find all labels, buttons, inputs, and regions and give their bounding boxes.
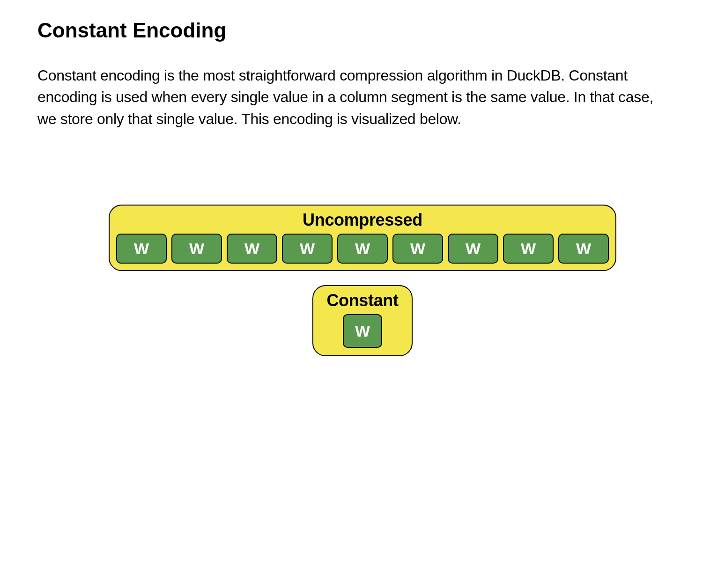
uncompressed-cell: W bbox=[337, 234, 388, 264]
uncompressed-cell: W bbox=[448, 234, 498, 264]
uncompressed-cell: W bbox=[116, 234, 167, 264]
intro-paragraph: Constant encoding is the most straightfo… bbox=[37, 65, 670, 130]
uncompressed-cell: W bbox=[282, 234, 333, 264]
constant-cells: W bbox=[343, 314, 382, 348]
uncompressed-cell: W bbox=[171, 234, 222, 264]
page-heading: Constant Encoding bbox=[37, 19, 688, 42]
uncompressed-label: Uncompressed bbox=[303, 210, 422, 230]
constant-cell: W bbox=[343, 314, 382, 348]
uncompressed-cell: W bbox=[392, 234, 443, 264]
uncompressed-cell: W bbox=[558, 234, 609, 264]
uncompressed-cell: W bbox=[503, 234, 554, 264]
constant-label: Constant bbox=[326, 291, 398, 310]
encoding-diagram: Uncompressed W W W W W W W W W Constant … bbox=[37, 205, 688, 356]
constant-box: Constant W bbox=[312, 285, 412, 356]
uncompressed-box: Uncompressed W W W W W W W W W bbox=[109, 205, 616, 271]
uncompressed-cell: W bbox=[227, 234, 277, 264]
uncompressed-cells: W W W W W W W W W bbox=[116, 234, 609, 264]
